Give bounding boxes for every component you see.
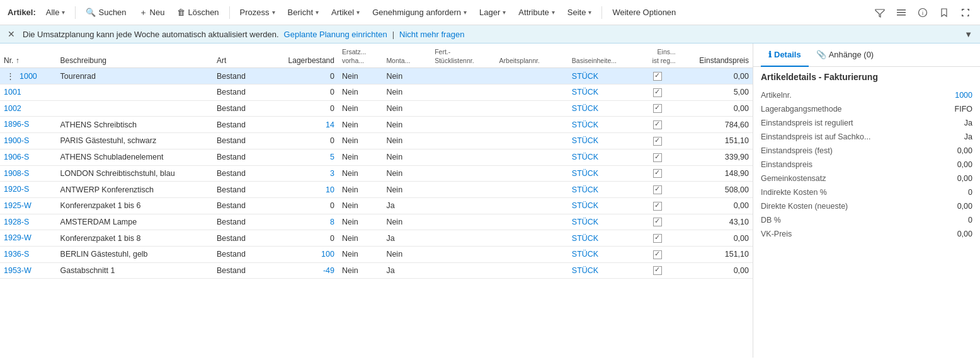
main-container: Nr. ↑ Beschreibung Art Lagerbestand Ersa… bbox=[0, 44, 980, 358]
row-basis-link[interactable]: STÜCK bbox=[572, 136, 598, 145]
row-basis-link[interactable]: STÜCK bbox=[572, 201, 598, 210]
suchen-button[interactable]: 🔍 Suchen bbox=[81, 5, 131, 20]
row-beschreibung: ATHENS Schreibtisch bbox=[57, 117, 213, 133]
filter-alle-button[interactable]: Alle ▾ bbox=[41, 5, 71, 20]
loeschen-button[interactable]: 🗑 Löschen bbox=[172, 5, 224, 20]
bookmark-button[interactable] bbox=[935, 3, 954, 22]
row-eins-reg-checkbox[interactable] bbox=[653, 202, 662, 211]
col-beschreibung-label: Beschreibung bbox=[60, 56, 106, 65]
row-lager-link[interactable]: 5 bbox=[330, 153, 334, 161]
artikel-button[interactable]: Artikel ▾ bbox=[326, 5, 365, 20]
detail-field-row: VK-Preis0,00 bbox=[753, 227, 980, 241]
table-row[interactable]: 1896-SATHENS SchreibtischBestand14NeinNe… bbox=[0, 117, 753, 133]
row-nr-link[interactable]: 1925-W bbox=[4, 201, 31, 210]
table-row[interactable]: 1936-SBERLIN Gästestuhl, gelbBestand100N… bbox=[0, 247, 753, 263]
row-nr-link[interactable]: 1953-W bbox=[4, 266, 31, 275]
row-lager-link[interactable]: 3 bbox=[330, 169, 334, 178]
row-lagerbestand: -49 bbox=[270, 262, 338, 279]
row-nr-link[interactable]: 1002 bbox=[4, 104, 21, 113]
row-eins-reg-checkbox[interactable] bbox=[653, 88, 662, 97]
notification-link-setup[interactable]: Geplante Planung einrichten bbox=[284, 30, 387, 39]
row-nr-link[interactable]: 1928-S bbox=[4, 218, 29, 226]
table-row[interactable]: ⋮1000TourenradBestand0NeinNeinSTÜCK0,00 bbox=[0, 68, 753, 85]
seite-button[interactable]: Seite ▾ bbox=[562, 5, 597, 20]
row-eins-reg-checkbox[interactable] bbox=[653, 218, 662, 226]
prozess-button[interactable]: Prozess ▾ bbox=[235, 5, 280, 20]
row-nr-link[interactable]: 1908-S bbox=[4, 169, 29, 178]
row-context-menu-icon[interactable]: ⋮ bbox=[4, 71, 17, 81]
row-nr-link[interactable]: 1000 bbox=[20, 72, 37, 81]
row-basis-link[interactable]: STÜCK bbox=[572, 104, 598, 113]
row-einstandspreis: 784,60 bbox=[680, 117, 753, 133]
row-nr-link[interactable]: 1001 bbox=[4, 88, 21, 96]
info-button[interactable]: i bbox=[913, 3, 932, 22]
table-row[interactable]: 1929-WKonferenzpaket 1 bis 8Bestand0Nein… bbox=[0, 230, 753, 247]
row-nr-link[interactable]: 1920-S bbox=[4, 185, 29, 194]
table-row[interactable]: 1920-SANTWERP KonferenztischBestand10Nei… bbox=[0, 182, 753, 198]
row-lager-link[interactable]: 100 bbox=[321, 250, 334, 259]
neu-button[interactable]: ＋ Neu bbox=[134, 4, 170, 21]
row-eins-reg-checkbox[interactable] bbox=[653, 266, 662, 275]
lager-button[interactable]: Lager ▾ bbox=[474, 5, 511, 20]
attribute-button[interactable]: Attribute ▾ bbox=[513, 5, 559, 20]
table-row[interactable]: 1001Bestand0NeinNeinSTÜCK5,00 bbox=[0, 85, 753, 101]
row-basis-link[interactable]: STÜCK bbox=[572, 234, 598, 243]
detail-field-value: 0 bbox=[968, 188, 972, 197]
table-row[interactable]: 1953-WGastabschnitt 1Bestand-49NeinJaSTÜ… bbox=[0, 262, 753, 279]
row-lager-link[interactable]: 10 bbox=[326, 185, 334, 194]
row-basis-link[interactable]: STÜCK bbox=[572, 120, 598, 129]
notification-link-dismiss[interactable]: Nicht mehr fragen bbox=[399, 30, 464, 39]
row-basis-link[interactable]: STÜCK bbox=[572, 72, 598, 81]
notification-collapse-button[interactable]: ▼ bbox=[964, 30, 972, 39]
row-fert bbox=[431, 149, 495, 165]
row-nr-link[interactable]: 1896-S bbox=[4, 120, 29, 129]
row-eins-reg-checkbox[interactable] bbox=[653, 234, 662, 243]
row-basis-link[interactable]: STÜCK bbox=[572, 185, 598, 194]
notification-close-button[interactable]: ✕ bbox=[8, 29, 15, 39]
row-eins-reg-checkbox[interactable] bbox=[653, 153, 662, 162]
row-nr-link[interactable]: 1936-S bbox=[4, 250, 29, 259]
row-eins-reg bbox=[635, 165, 679, 182]
row-nr-link[interactable]: 1900-S bbox=[4, 136, 29, 145]
row-ersatz: Nein bbox=[338, 230, 382, 247]
col-nr[interactable]: Nr. ↑ bbox=[0, 44, 57, 68]
row-eins-reg-checkbox[interactable] bbox=[653, 120, 662, 129]
row-einstandspreis: 0,00 bbox=[680, 68, 753, 85]
list-view-button[interactable] bbox=[892, 3, 911, 22]
tab-details[interactable]: ℹ Details bbox=[761, 44, 809, 67]
row-basis-link[interactable]: STÜCK bbox=[572, 88, 598, 96]
row-lager-link[interactable]: 8 bbox=[330, 218, 334, 226]
row-basis-link[interactable]: STÜCK bbox=[572, 218, 598, 226]
row-basis-link[interactable]: STÜCK bbox=[572, 250, 598, 259]
table-row[interactable]: 1908-SLONDON Schreibtischstuhl, blauBest… bbox=[0, 165, 753, 182]
col-fert-label: Fert.- bbox=[435, 48, 450, 55]
tab-anhaenge-icon: 📎 bbox=[816, 50, 826, 59]
row-eins-reg-checkbox[interactable] bbox=[653, 137, 662, 146]
table-row[interactable]: 1900-SPARIS Gästestuhl, schwarzBestand0N… bbox=[0, 133, 753, 149]
filter-icon-button[interactable] bbox=[870, 3, 889, 22]
weitere-optionen-button[interactable]: Weitere Optionen bbox=[607, 5, 681, 20]
row-eins-reg-checkbox[interactable] bbox=[653, 185, 662, 194]
bericht-button[interactable]: Bericht ▾ bbox=[283, 5, 324, 20]
table-row[interactable]: 1925-WKonferenzpaket 1 bis 6Bestand0Nein… bbox=[0, 197, 753, 214]
tab-anhaenge[interactable]: 📎 Anhänge (0) bbox=[809, 44, 882, 67]
genehmigung-button[interactable]: Genehmigung anfordern ▾ bbox=[367, 5, 472, 20]
row-basis-link[interactable]: STÜCK bbox=[572, 169, 598, 178]
row-nr-link[interactable]: 1929-W bbox=[4, 233, 31, 242]
detail-field-value[interactable]: 1000 bbox=[955, 91, 972, 100]
row-eins-reg-checkbox[interactable] bbox=[653, 72, 662, 81]
expand-button[interactable] bbox=[956, 3, 975, 22]
table-row[interactable]: 1002Bestand0NeinNeinSTÜCK0,00 bbox=[0, 100, 753, 117]
row-nr-link[interactable]: 1906-S bbox=[4, 153, 29, 161]
row-basis-link[interactable]: STÜCK bbox=[572, 266, 598, 275]
row-eins-reg-checkbox[interactable] bbox=[653, 104, 662, 113]
row-lager-link[interactable]: -49 bbox=[323, 266, 334, 275]
row-eins-reg-checkbox[interactable] bbox=[653, 250, 662, 259]
table-row[interactable]: 1928-SAMSTERDAM LampeBestand8NeinNeinSTÜ… bbox=[0, 214, 753, 230]
row-eins-reg-checkbox[interactable] bbox=[653, 169, 662, 178]
row-basis-link[interactable]: STÜCK bbox=[572, 153, 598, 161]
detail-field-label: Einstandspreis ist reguliert bbox=[761, 119, 853, 127]
row-beschreibung: PARIS Gästestuhl, schwarz bbox=[57, 133, 213, 149]
row-lager-link[interactable]: 14 bbox=[326, 120, 334, 129]
table-row[interactable]: 1906-SATHENS SchubladenelementBestand5Ne… bbox=[0, 149, 753, 165]
